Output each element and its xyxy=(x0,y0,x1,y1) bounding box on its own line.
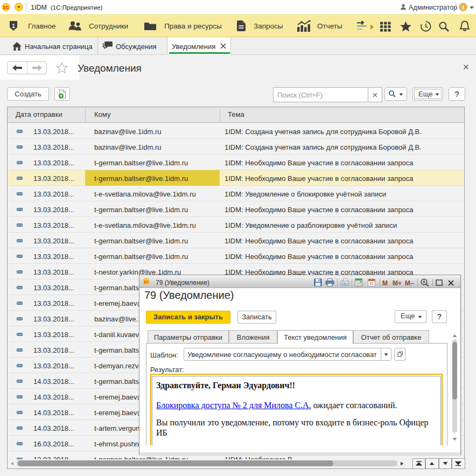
svg-text:31: 31 xyxy=(369,281,374,286)
svg-text:1: 1 xyxy=(12,23,15,29)
svg-text:1С: 1С xyxy=(144,279,149,284)
svg-text:1С: 1С xyxy=(3,5,9,10)
